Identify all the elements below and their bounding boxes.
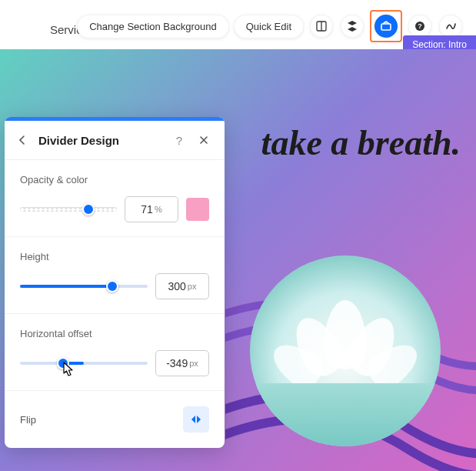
flip-horizontal-icon: [190, 414, 202, 425]
height-value: 300: [168, 280, 186, 292]
opacity-value: 71: [141, 203, 153, 215]
design-icon[interactable]: [374, 15, 398, 38]
height-unit: px: [188, 282, 197, 291]
color-swatch[interactable]: [186, 198, 209, 221]
hoffset-value: -349: [166, 357, 188, 369]
panel-title: Divider Design: [38, 134, 163, 147]
quick-edit-button[interactable]: Quick Edit: [234, 15, 304, 38]
height-input[interactable]: 300 px: [155, 273, 209, 299]
panel-help-icon[interactable]: ?: [171, 132, 188, 149]
hoffset-slider[interactable]: [20, 360, 148, 366]
svg-text:?: ?: [418, 22, 422, 30]
change-background-button[interactable]: Change Section Background: [77, 15, 229, 38]
hoffset-label: Horizontal offset: [20, 328, 209, 339]
help-icon[interactable]: ?: [408, 15, 431, 38]
opacity-input[interactable]: 71 %: [125, 196, 178, 222]
flip-button[interactable]: [183, 406, 209, 433]
height-label: Height: [20, 251, 209, 262]
divider-design-panel: Divider Design ? Opacity & color 71 % He…: [5, 117, 225, 448]
hoffset-unit: px: [189, 359, 198, 368]
flip-label: Flip: [20, 414, 36, 426]
animation-icon[interactable]: [439, 15, 462, 38]
opacity-label: Opacity & color: [20, 174, 209, 185]
layout-icon[interactable]: [310, 15, 333, 38]
hoffset-input[interactable]: -349 px: [155, 350, 209, 376]
opacity-slider[interactable]: [20, 206, 117, 212]
close-icon[interactable]: [195, 132, 212, 149]
svg-rect-2: [381, 24, 391, 30]
height-slider[interactable]: [20, 283, 148, 289]
back-icon[interactable]: [14, 132, 31, 149]
lotus-image: [250, 256, 441, 446]
opacity-unit: %: [155, 205, 162, 214]
layers-icon[interactable]: [341, 15, 364, 38]
